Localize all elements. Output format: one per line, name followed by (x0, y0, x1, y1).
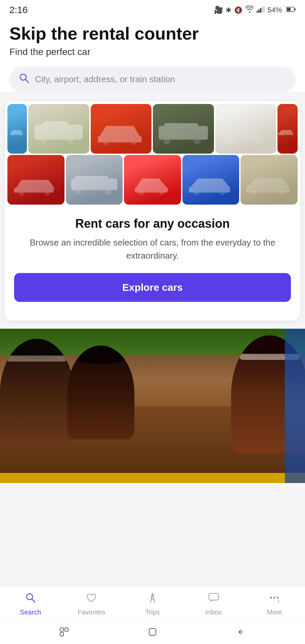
mute-icon: 🔇 (234, 6, 243, 14)
svg-point-28 (281, 134, 282, 136)
svg-point-53 (277, 597, 279, 599)
car-thumb-r2-2 (66, 155, 123, 205)
favorites-nav-label: Favorites (78, 608, 105, 616)
car-thumb-3 (91, 104, 152, 154)
person-middle (67, 345, 134, 439)
car-thumb-2 (28, 104, 89, 154)
bottom-nav: Search Favorites Trips (0, 586, 305, 644)
recents-button[interactable] (57, 625, 72, 639)
search-bar[interactable]: City, airport, address, or train station (9, 67, 296, 92)
battery-icon (286, 6, 296, 14)
search-placeholder-text: City, airport, address, or train station (35, 74, 175, 85)
svg-point-25 (229, 140, 234, 145)
svg-rect-56 (60, 633, 63, 636)
signal-icon (257, 6, 265, 14)
battery-pct: 54% (267, 6, 282, 14)
car-grid-row2 (5, 154, 300, 207)
explore-cars-button[interactable]: Explore cars (14, 273, 291, 302)
svg-point-40 (194, 190, 199, 195)
car-thumb-4 (153, 104, 214, 154)
car-thumb-r2-1 (7, 155, 64, 205)
svg-rect-14 (42, 121, 69, 133)
android-nav-bar (0, 620, 305, 644)
svg-rect-57 (149, 629, 156, 635)
svg-rect-0 (257, 11, 258, 13)
svg-point-31 (45, 191, 50, 196)
svg-point-16 (68, 138, 74, 144)
lifestyle-photo (0, 329, 305, 483)
svg-rect-33 (75, 176, 108, 185)
svg-point-30 (19, 191, 24, 196)
svg-rect-6 (287, 8, 291, 11)
search-nav-icon (25, 592, 37, 606)
svg-point-41 (220, 190, 225, 195)
svg-point-19 (131, 140, 136, 145)
status-icons: 🎥 ✱ 🔇 (214, 5, 296, 15)
svg-point-35 (105, 188, 112, 195)
svg-rect-2 (260, 8, 261, 13)
svg-rect-55 (65, 628, 68, 631)
car-card-section: Rent cars for any occasion Browse an inc… (5, 101, 300, 321)
svg-point-43 (251, 190, 256, 195)
search-nav-label: Search (20, 608, 41, 616)
more-nav-label: More (267, 608, 282, 616)
svg-rect-4 (263, 6, 265, 13)
svg-point-37 (138, 190, 143, 195)
svg-point-52 (273, 597, 275, 599)
svg-point-12 (20, 134, 22, 136)
svg-point-23 (193, 138, 200, 144)
car-thumb-5 (215, 104, 276, 154)
nav-item-inbox[interactable]: Inbox (197, 592, 230, 616)
nav-items: Search Favorites Trips (0, 586, 305, 620)
nav-item-favorites[interactable]: Favorites (75, 592, 108, 616)
svg-rect-50 (209, 593, 218, 600)
svg-point-38 (159, 190, 164, 195)
person-left (0, 339, 74, 446)
car-card-description: Browse an incredible selection of cars, … (14, 236, 291, 262)
nav-item-more[interactable]: More (258, 592, 291, 616)
hero-title: Skip the rental counter (9, 24, 296, 43)
car-card-text: Rent cars for any occasion Browse an inc… (5, 207, 300, 310)
trips-nav-label: Trips (145, 608, 160, 616)
svg-point-34 (75, 188, 81, 195)
svg-point-51 (270, 597, 272, 599)
chat-nav-icon (208, 592, 220, 606)
nav-item-trips[interactable]: Trips (136, 592, 169, 616)
svg-point-11 (11, 134, 13, 136)
wifi-icon (245, 5, 254, 15)
status-bar: 2:16 🎥 ✱ 🔇 (0, 0, 305, 18)
home-button[interactable] (145, 625, 160, 639)
blue-car-element (285, 329, 305, 483)
car-card-title: Rent cars for any occasion (14, 217, 291, 231)
car-thumb-1 (7, 104, 27, 154)
svg-rect-7 (294, 8, 296, 10)
inbox-nav-label: Inbox (205, 608, 222, 616)
camera-icon: 🎥 (214, 6, 223, 14)
nav-item-search[interactable]: Search (14, 592, 47, 616)
hero-subtitle: Find the perfect car (9, 47, 296, 57)
main-content: Skip the rental counter Find the perfect… (0, 18, 305, 92)
svg-rect-21 (164, 123, 199, 134)
svg-point-26 (254, 140, 259, 145)
status-time: 2:16 (9, 5, 28, 15)
more-nav-icon (268, 592, 280, 606)
road-nav-icon (146, 592, 159, 606)
svg-rect-54 (60, 628, 63, 631)
svg-point-15 (41, 138, 46, 144)
car-thumb-r2-3 (124, 155, 181, 205)
back-button[interactable] (233, 625, 248, 639)
svg-point-18 (103, 140, 108, 145)
svg-rect-3 (262, 7, 263, 13)
car-thumb-6-partial (277, 104, 298, 154)
svg-rect-27 (278, 133, 293, 135)
search-icon (19, 73, 30, 86)
svg-line-46 (32, 599, 35, 602)
bluetooth-icon: ✱ (226, 6, 231, 14)
svg-rect-1 (258, 9, 260, 13)
car-thumb-r2-5 (241, 155, 298, 205)
svg-point-22 (164, 138, 170, 144)
car-grid-row1 (5, 101, 300, 154)
svg-point-44 (279, 190, 285, 195)
heart-nav-icon (85, 592, 97, 606)
svg-line-9 (26, 79, 29, 83)
